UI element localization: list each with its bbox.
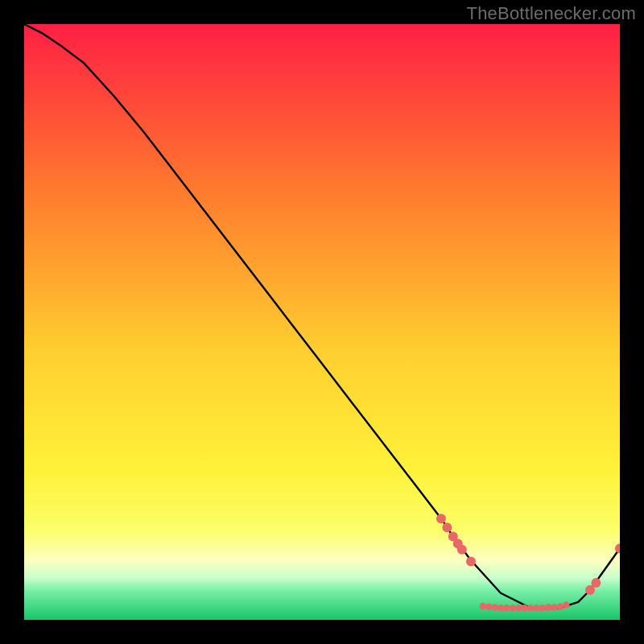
chart-stage: TheBottlenecker.com bbox=[0, 0, 644, 644]
data-marker bbox=[527, 605, 534, 611]
data-marker bbox=[497, 605, 504, 611]
data-marker bbox=[563, 601, 569, 608]
data-marker bbox=[557, 604, 564, 610]
data-marker bbox=[436, 514, 446, 523]
data-marker bbox=[539, 605, 546, 611]
data-marker bbox=[485, 604, 492, 610]
data-marker bbox=[466, 556, 476, 566]
data-marker bbox=[480, 603, 486, 609]
data-marker bbox=[515, 605, 522, 611]
data-marker bbox=[457, 545, 467, 555]
gradient-background bbox=[24, 24, 620, 620]
data-marker bbox=[591, 578, 601, 588]
data-marker bbox=[503, 605, 510, 611]
data-marker bbox=[545, 604, 551, 610]
data-marker bbox=[521, 605, 527, 611]
data-marker bbox=[551, 604, 557, 610]
bottleneck-chart bbox=[24, 24, 620, 620]
data-marker bbox=[533, 605, 539, 611]
data-marker bbox=[442, 522, 452, 532]
watermark-text: TheBottlenecker.com bbox=[467, 3, 636, 24]
data-marker bbox=[491, 604, 497, 610]
data-marker bbox=[510, 605, 516, 611]
